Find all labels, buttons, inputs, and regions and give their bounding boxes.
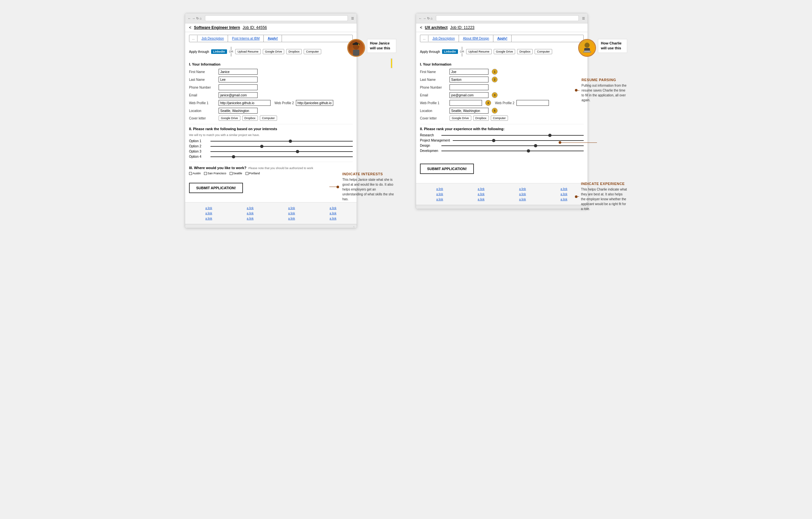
pm-label: Project Management (420, 139, 451, 142)
footer-link-r9[interactable]: a link (420, 198, 460, 201)
last-name-input-right[interactable] (450, 77, 489, 83)
footer-link[interactable]: a link (313, 212, 353, 215)
tab-about-ibm[interactable]: About IBM Design (459, 35, 493, 42)
email-input-right[interactable] (450, 92, 489, 98)
submit-button-left[interactable]: SUBMIT APPLICATION! (189, 183, 243, 193)
footer-link[interactable]: a link (313, 207, 353, 210)
footer-link-r3[interactable]: a link (503, 187, 543, 190)
footer-link[interactable]: a link (272, 217, 312, 220)
austin-checkbox[interactable] (189, 172, 192, 175)
sf-checkbox[interactable] (204, 172, 207, 175)
web-profile-2-input-left[interactable] (296, 100, 333, 106)
section2-title-right: II. Please rank your experience with the… (420, 127, 584, 131)
dropbox-left[interactable]: Dropbox (286, 49, 302, 54)
back-icon[interactable]: ← (188, 17, 191, 20)
phone-input-left[interactable] (219, 84, 258, 90)
option4-slider-left[interactable] (210, 156, 353, 157)
charlie-avatar (578, 39, 596, 57)
footer-link-r6[interactable]: a link (462, 192, 501, 196)
home-icon-right[interactable]: ⌂ (431, 17, 433, 20)
job-title-right: UX architect (425, 25, 447, 30)
forward-icon[interactable]: → (192, 17, 195, 20)
footer-link[interactable]: a link (272, 207, 312, 210)
web-profile-1-input-left[interactable] (219, 100, 270, 106)
footer-link-r5[interactable]: a link (420, 192, 460, 196)
upload-resume-right[interactable]: Upload Resume (466, 49, 492, 54)
option2-slider-left[interactable] (210, 146, 353, 147)
footer-link-r11[interactable]: a link (503, 198, 543, 201)
development-slider[interactable] (441, 151, 584, 151)
computer-right[interactable]: Computer (534, 49, 552, 54)
tab-post-interns[interactable]: Post Interns at IBM (228, 35, 264, 42)
refresh-icon-right[interactable]: ↻ (427, 17, 430, 20)
tab-dots-right[interactable]: ... (420, 35, 428, 41)
location-input-left[interactable] (219, 108, 258, 114)
back-button-right[interactable]: < (420, 25, 422, 30)
footer-link[interactable]: a link (189, 207, 229, 210)
tab-dots[interactable]: ... (190, 35, 198, 41)
web-profile-2-input-right[interactable] (516, 100, 549, 106)
google-drive-left[interactable]: Google Drive (263, 49, 285, 54)
refresh-icon[interactable]: ↻ (196, 17, 199, 20)
footer-link[interactable]: a link (313, 217, 353, 220)
cover-computer-right[interactable]: Computer (491, 116, 508, 121)
phone-input-right[interactable] (450, 84, 489, 90)
address-bar[interactable] (205, 15, 348, 21)
tab-apply-left[interactable]: Apply! (264, 35, 282, 42)
cover-google-drive-right[interactable]: Google Drive (450, 116, 471, 121)
home-icon[interactable]: ⌂ (200, 17, 202, 20)
web-profile-2-label-right: Web Profile 2 (495, 101, 515, 105)
portland-checkbox[interactable] (245, 172, 249, 175)
research-slider[interactable] (441, 135, 584, 136)
cover-computer-left[interactable]: Computer (260, 116, 278, 121)
first-name-input-left[interactable] (219, 69, 258, 75)
web-profile-1-label-right: Web Profile 1 (420, 101, 447, 105)
location-label-right: Location (420, 109, 447, 113)
footer-link[interactable]: a link (231, 207, 270, 210)
submit-button-right[interactable]: SUBMIT APPLICATION! (420, 163, 474, 174)
footer-link-r1[interactable]: a link (420, 187, 460, 190)
email-input-left[interactable] (219, 92, 258, 98)
cover-dropbox-right[interactable]: Dropbox (473, 116, 489, 121)
phone-label-left: Phone Number (189, 86, 216, 89)
tab-job-description-right[interactable]: Job Description (428, 35, 459, 42)
web-profile-1-input-right[interactable] (450, 100, 482, 106)
footer-link[interactable]: a link (189, 212, 229, 215)
option1-slider-left[interactable] (210, 141, 353, 142)
design-slider[interactable] (441, 145, 584, 146)
cover-google-drive-left[interactable]: Google Drive (219, 116, 240, 121)
section3-title-left: III. Where would you like to work? (189, 166, 246, 170)
tab-apply-right[interactable]: Apply! (493, 35, 512, 42)
indicate-interests-text: This helps Janice state what she is good… (342, 177, 396, 202)
seattle-checkbox[interactable] (230, 172, 233, 175)
footer-link-r2[interactable]: a link (462, 187, 501, 190)
dropbox-right[interactable]: Dropbox (517, 49, 533, 54)
svg-point-5 (585, 42, 590, 48)
last-name-input-left[interactable] (219, 77, 258, 83)
upload-resume-left[interactable]: Upload Resume (235, 49, 261, 54)
forward-icon-right[interactable]: → (423, 17, 426, 20)
footer-link-r10[interactable]: a link (462, 198, 501, 201)
computer-left[interactable]: Computer (304, 49, 321, 54)
linkedin-button-right[interactable]: LinkedIn (442, 49, 458, 54)
address-bar-right[interactable] (436, 15, 579, 21)
linkedin-button-left[interactable]: LinkedIn (211, 49, 227, 54)
location-input-right[interactable] (450, 108, 489, 114)
back-button[interactable]: < (189, 25, 191, 30)
footer-link[interactable]: a link (231, 212, 270, 215)
indicate-experience-title: INDICATE EXPERIENCE (581, 182, 627, 186)
option3-slider-left[interactable] (210, 151, 353, 152)
footer-link[interactable]: a link (231, 217, 270, 220)
menu-icon[interactable]: ☰ (351, 17, 354, 20)
footer-link-r7[interactable]: a link (503, 192, 543, 196)
tab-job-description-left[interactable]: Job Description (198, 35, 228, 42)
cover-dropbox-left[interactable]: Dropbox (242, 116, 258, 121)
first-name-input-right[interactable] (450, 69, 489, 75)
footer-link[interactable]: a link (189, 217, 229, 220)
back-icon-right[interactable]: ← (419, 17, 422, 20)
google-drive-right[interactable]: Google Drive (494, 49, 516, 54)
svg-rect-1 (353, 49, 359, 56)
menu-icon-right[interactable]: ☰ (582, 17, 585, 20)
footer-link[interactable]: a link (272, 212, 312, 215)
pm-slider[interactable] (453, 140, 584, 141)
